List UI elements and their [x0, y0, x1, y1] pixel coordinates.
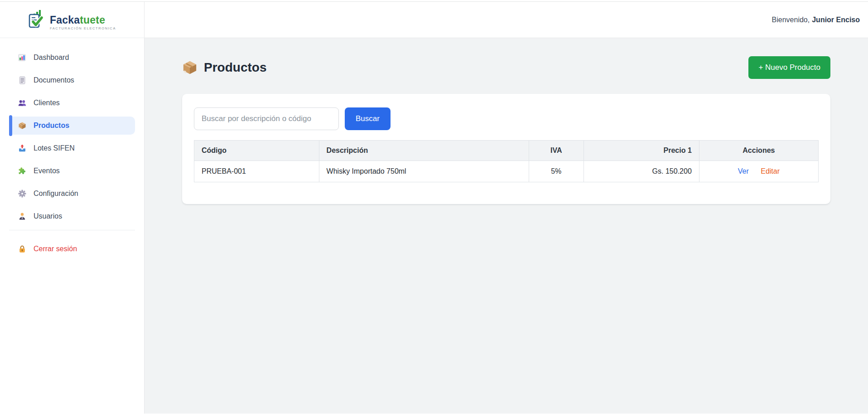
welcome-text: Bienvenido, — [772, 16, 810, 24]
products-table: Código Descripción IVA Precio 1 Acciones… — [194, 140, 819, 182]
person-icon — [18, 212, 26, 220]
puzzle-icon — [18, 167, 26, 175]
bar-chart-icon — [18, 54, 26, 62]
sidebar-item-clientes[interactable]: Clientes — [9, 94, 135, 112]
lock-icon — [18, 245, 26, 253]
sidebar-item-configuracion[interactable]: Configuración — [9, 185, 135, 203]
sidebar-item-productos[interactable]: Productos — [9, 117, 135, 135]
sidebar-divider — [9, 230, 135, 230]
sidebar-item-label: Usuarios — [34, 212, 62, 220]
cell-acciones: Ver Editar — [699, 161, 818, 182]
ver-link[interactable]: Ver — [738, 167, 749, 175]
package-icon — [182, 60, 198, 75]
cell-precio1: Gs. 150.200 — [583, 161, 699, 182]
column-header-acciones: Acciones — [699, 141, 818, 161]
sidebar-item-label: Lotes SIFEN — [34, 144, 75, 152]
document-icon — [18, 76, 26, 84]
brand-logo[interactable]: Fackatuete FACTURACIÓN ELECTRONICA — [28, 10, 116, 30]
cell-iva: 5% — [529, 161, 583, 182]
sidebar-item-label: Configuración — [34, 190, 78, 198]
sidebar-item-label: Productos — [34, 122, 69, 130]
brand-logo-text: Fackatuete FACTURACIÓN ELECTRONICA — [50, 15, 116, 30]
app-window: Fackatuete FACTURACIÓN ELECTRONICA Dashb… — [0, 2, 868, 414]
column-header-iva: IVA — [529, 141, 583, 161]
logout-label: Cerrar sesión — [34, 245, 77, 253]
page-title: Productos — [182, 60, 266, 75]
content-area: Bienvenido, Junior Enciso — [145, 2, 868, 414]
sidebar-nav: Dashboard Documentos — [0, 38, 144, 258]
new-product-button[interactable]: + Nuevo Producto — [748, 56, 830, 79]
sidebar-item-label: Clientes — [34, 99, 60, 107]
column-header-precio1: Precio 1 — [583, 141, 699, 161]
top-header: Bienvenido, Junior Enciso — [145, 2, 868, 38]
column-header-codigo: Código — [194, 141, 319, 161]
sidebar-item-label: Dashboard — [34, 54, 69, 62]
cell-descripcion: Whisky Importado 750ml — [319, 161, 529, 182]
outbox-tray-icon — [18, 144, 26, 152]
package-icon — [18, 122, 26, 130]
sidebar-item-eventos[interactable]: Eventos — [9, 162, 135, 180]
table-header-row: Código Descripción IVA Precio 1 Acciones — [194, 141, 819, 161]
page-title-text: Productos — [204, 60, 266, 75]
brand-logo-icon — [28, 10, 47, 30]
user-name: Junior Enciso — [812, 16, 860, 24]
search-row: Buscar — [194, 107, 819, 130]
sidebar-item-documentos[interactable]: Documentos — [9, 71, 135, 89]
sidebar-item-logout[interactable]: Cerrar sesión — [9, 240, 135, 258]
table-row: PRUEBA-001 Whisky Importado 750ml 5% Gs.… — [194, 161, 819, 182]
sidebar-item-label: Documentos — [34, 76, 74, 84]
users-icon — [18, 99, 26, 107]
products-card: Buscar Código Descripción IVA Precio 1 — [182, 94, 830, 204]
column-header-descripcion: Descripción — [319, 141, 529, 161]
main-panel: Productos + Nuevo Producto Buscar — [145, 38, 868, 414]
sidebar-item-dashboard[interactable]: Dashboard — [9, 49, 135, 67]
search-button[interactable]: Buscar — [345, 107, 391, 130]
editar-link[interactable]: Editar — [761, 167, 780, 175]
sidebar-item-usuarios[interactable]: Usuarios — [9, 207, 135, 225]
logo-section: Fackatuete FACTURACIÓN ELECTRONICA — [0, 2, 144, 38]
sidebar-item-lotes-sifen[interactable]: Lotes SIFEN — [9, 139, 135, 157]
page-title-row: Productos + Nuevo Producto — [182, 56, 830, 79]
search-input[interactable] — [194, 107, 339, 130]
brand-name: Fackatuete — [50, 15, 116, 25]
cell-codigo: PRUEBA-001 — [194, 161, 319, 182]
brand-tagline: FACTURACIÓN ELECTRONICA — [50, 27, 116, 30]
sidebar-item-label: Eventos — [34, 167, 60, 175]
sidebar: Fackatuete FACTURACIÓN ELECTRONICA Dashb… — [0, 2, 145, 414]
gear-icon — [18, 190, 26, 198]
